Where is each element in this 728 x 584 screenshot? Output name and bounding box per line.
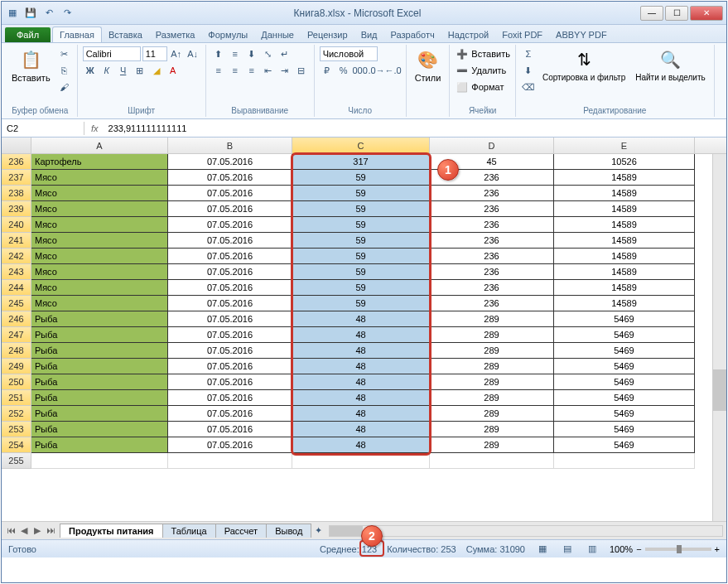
cell[interactable]: 07.05.2016 [168, 233, 292, 249]
name-box[interactable]: C2 [2, 122, 84, 135]
col-header-c[interactable]: C [292, 138, 430, 153]
copy-icon[interactable]: ⎘ [57, 63, 72, 78]
cell[interactable]: 07.05.2016 [168, 296, 292, 311]
cell[interactable]: 07.05.2016 [168, 406, 292, 422]
cell[interactable]: Мясо [31, 264, 168, 280]
delete-label[interactable]: Удалить [471, 65, 506, 75]
formula-input[interactable]: 233,911111111111 [105, 122, 726, 135]
cell[interactable]: Мясо [31, 249, 168, 264]
cell[interactable]: 14589 [554, 249, 695, 264]
select-all-corner[interactable] [2, 138, 31, 153]
redo-icon[interactable]: ↷ [60, 6, 75, 21]
cell[interactable]: Рыба [31, 343, 168, 359]
cell[interactable]: 48 [292, 390, 430, 406]
clear-icon[interactable]: ⌫ [521, 80, 536, 94]
cell[interactable]: Картофель [31, 154, 168, 170]
cell[interactable]: Мясо [31, 186, 168, 201]
row-header[interactable]: 249 [2, 359, 31, 374]
vscroll-thumb[interactable] [713, 369, 726, 411]
percent-icon[interactable]: % [336, 63, 351, 78]
cell[interactable]: Мясо [31, 296, 168, 311]
tab-home[interactable]: Главная [52, 27, 102, 42]
row-header[interactable]: 245 [2, 296, 31, 311]
cell[interactable]: 5469 [554, 422, 695, 437]
row-header[interactable]: 251 [2, 390, 31, 406]
tab-foxit[interactable]: Foxit PDF [495, 27, 549, 42]
cell[interactable]: 07.05.2016 [168, 217, 292, 233]
tab-review[interactable]: Рецензир [301, 27, 354, 42]
tab-developer[interactable]: Разработч [384, 27, 441, 42]
maximize-button[interactable]: ☐ [665, 6, 688, 21]
cell[interactable]: 5469 [554, 390, 695, 406]
insert-label[interactable]: Вставить [471, 49, 510, 59]
cell[interactable]: 236 [430, 249, 554, 264]
zoom-in-icon[interactable]: + [715, 544, 720, 554]
cell[interactable]: 236 [430, 186, 554, 201]
cell[interactable]: 59 [292, 264, 430, 280]
increase-decimal-icon[interactable]: .0→ [369, 63, 384, 78]
orientation-icon[interactable]: ⤡ [261, 46, 276, 61]
cell[interactable]: 14589 [554, 264, 695, 280]
row-header[interactable]: 247 [2, 327, 31, 343]
tab-addins[interactable]: Надстрой [441, 27, 495, 42]
cell[interactable]: 289 [430, 374, 554, 390]
row-header[interactable]: 243 [2, 264, 31, 280]
col-header-e[interactable]: E [554, 138, 695, 153]
bold-icon[interactable]: Ж [83, 63, 98, 78]
view-normal-icon[interactable]: ▦ [535, 542, 550, 557]
view-pagebreak-icon[interactable]: ▥ [585, 542, 600, 557]
cell[interactable]: 236 [430, 201, 554, 217]
cell[interactable]: 07.05.2016 [168, 280, 292, 296]
decrease-decimal-icon[interactable]: ←.0 [386, 63, 401, 78]
cell[interactable]: 07.05.2016 [168, 249, 292, 264]
cell[interactable]: 5469 [554, 406, 695, 422]
cell[interactable]: 07.05.2016 [168, 374, 292, 390]
cell[interactable]: 59 [292, 233, 430, 249]
cell[interactable]: 289 [430, 359, 554, 374]
tab-layout[interactable]: Разметка [149, 27, 202, 42]
insert-cells-icon[interactable]: ➕ [455, 46, 470, 61]
tab-view[interactable]: Вид [354, 27, 384, 42]
cell[interactable] [31, 453, 168, 469]
row-header[interactable]: 241 [2, 233, 31, 249]
cell[interactable]: 289 [430, 406, 554, 422]
cell[interactable]: 07.05.2016 [168, 186, 292, 201]
fill-color-icon[interactable]: ◢ [149, 63, 164, 78]
sheet-first-icon[interactable]: ⏮ [5, 525, 17, 536]
row-header[interactable]: 237 [2, 170, 31, 186]
decrease-font-icon[interactable]: A↓ [186, 46, 200, 61]
cell[interactable] [554, 453, 695, 469]
row-header[interactable]: 250 [2, 374, 31, 390]
underline-icon[interactable]: Ч [116, 63, 131, 78]
cell[interactable]: Рыба [31, 437, 168, 453]
cell[interactable]: 14589 [554, 186, 695, 201]
cell[interactable]: 48 [292, 374, 430, 390]
cell[interactable]: 14589 [554, 201, 695, 217]
sheet-tab-0[interactable]: Продукты питания [60, 524, 163, 538]
row-header[interactable]: 246 [2, 311, 31, 327]
format-label[interactable]: Формат [471, 82, 504, 92]
minimize-button[interactable]: — [640, 6, 663, 21]
cell[interactable]: 5469 [554, 437, 695, 453]
col-header-b[interactable]: B [168, 138, 292, 153]
close-button[interactable]: ✕ [690, 6, 723, 21]
cell[interactable]: 59 [292, 249, 430, 264]
cell[interactable]: 14589 [554, 170, 695, 186]
cell[interactable]: Мясо [31, 201, 168, 217]
increase-font-icon[interactable]: A↑ [169, 46, 184, 61]
cell[interactable] [168, 453, 292, 469]
row-header[interactable]: 253 [2, 422, 31, 437]
cell[interactable]: 07.05.2016 [168, 437, 292, 453]
cell[interactable]: Рыба [31, 422, 168, 437]
border-icon[interactable]: ⊞ [133, 63, 147, 78]
cell[interactable]: 48 [292, 406, 430, 422]
cell[interactable]: 236 [430, 233, 554, 249]
horizontal-scrollbar[interactable] [329, 525, 723, 537]
increase-indent-icon[interactable]: ⇥ [277, 63, 292, 78]
cell[interactable]: 07.05.2016 [168, 422, 292, 437]
cell[interactable]: 5469 [554, 343, 695, 359]
font-size-combo[interactable] [142, 46, 167, 61]
cell[interactable]: 14589 [554, 233, 695, 249]
cell[interactable]: 59 [292, 217, 430, 233]
align-top-icon[interactable]: ⬆ [211, 46, 226, 61]
